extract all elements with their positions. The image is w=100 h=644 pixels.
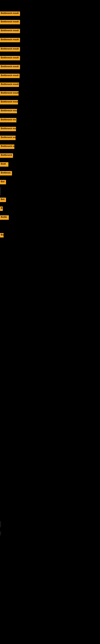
bottleneck-badge-17: Bottl	[0, 162, 8, 167]
bottleneck-badge-6: Bottleneck result	[0, 65, 20, 69]
bottleneck-badge-7: Bottleneck result	[0, 74, 20, 78]
bottleneck-badge-2: Bottleneck result	[0, 29, 20, 33]
bottleneck-badge-14: Bottleneck res	[0, 136, 16, 140]
bottleneck-badge-23: Bo	[0, 233, 3, 238]
bottleneck-badge-3: Bottleneck result	[0, 38, 20, 42]
bottleneck-badge-1: Bottleneck result	[0, 20, 20, 24]
bottleneck-badge-4: Bottleneck result	[0, 47, 20, 52]
bottleneck-badge-10: Bottleneck result	[0, 100, 18, 104]
bottleneck-badge-13: Bottleneck res	[0, 127, 16, 131]
bottleneck-badge-8: Bottleneck result	[0, 82, 19, 87]
bottleneck-badge-16: Bottleneck	[0, 153, 13, 158]
bottleneck-badge-19: Bot	[0, 180, 6, 184]
bottleneck-badge-5: Bottleneck result	[0, 56, 20, 60]
vertical-line-1	[0, 521, 1, 527]
bottleneck-badge-9: Bottleneck result	[0, 91, 19, 96]
bottleneck-badge-0: Bottleneck result	[0, 12, 20, 16]
bottleneck-badge-20: Bot	[0, 198, 6, 202]
bottleneck-badge-18: Bottlenec	[0, 171, 12, 176]
bottleneck-badge-11: Bottleneck resu	[0, 109, 17, 113]
vertical-line-2	[0, 531, 1, 535]
bottleneck-badge-15: Bottleneck re	[0, 144, 14, 149]
bottleneck-badge-22: Bottle	[0, 215, 9, 220]
vertical-line-0	[0, 187, 1, 195]
bottleneck-badge-12: Bottleneck res	[0, 118, 16, 122]
bottleneck-badge-21: B	[0, 206, 3, 211]
